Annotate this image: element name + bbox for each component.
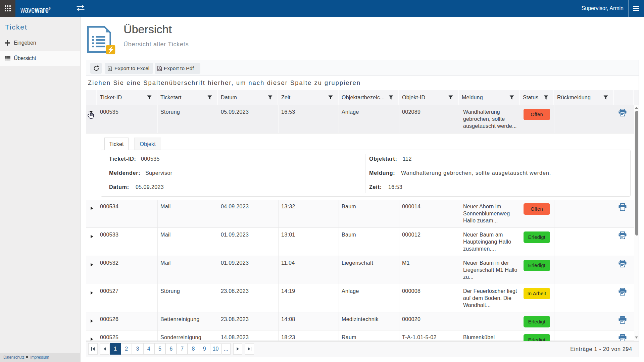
svg-text:x: x (109, 67, 110, 70)
